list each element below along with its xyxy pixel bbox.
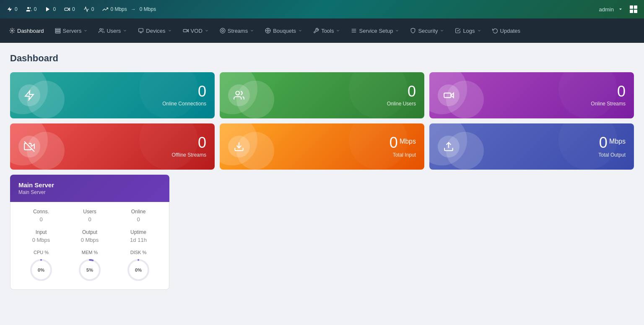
server-stat-online: Online 0: [116, 209, 161, 223]
nav-item-bouquets[interactable]: Bouquets: [260, 24, 307, 37]
chevron-logs: [477, 29, 481, 33]
input-number-unit: 0 Mbps: [390, 135, 416, 150]
nav-users-label: Users: [106, 28, 121, 34]
card-icon-output: [438, 136, 460, 157]
chevron-down-icon-admin: [618, 7, 623, 12]
nav-servers-label: Servers: [63, 28, 82, 34]
svg-point-3: [11, 30, 13, 31]
output-label: Total Output: [598, 152, 626, 158]
card-icon-users: [228, 84, 250, 106]
card-icon-connections: [18, 84, 40, 106]
devices-icon: [138, 28, 144, 34]
nav-bar: Dashboard Servers Users Devices VOD Stre…: [0, 18, 644, 43]
svg-point-12: [221, 30, 223, 32]
users-icon-top: [26, 6, 32, 12]
svg-point-23: [236, 91, 239, 95]
server-header[interactable]: Main Server Main Server: [10, 175, 169, 202]
gauge-disk: DISK % 0%: [116, 250, 161, 283]
card-total-input[interactable]: 0 Mbps Total Input: [220, 123, 424, 170]
trend-in-value: 0 Mbps: [110, 6, 127, 12]
server-subtitle: Main Server: [18, 189, 161, 195]
card-online-streams[interactable]: 0 Online Streams: [429, 72, 634, 118]
nav-item-users[interactable]: Users: [93, 24, 132, 37]
online-streams-label: Online Streams: [591, 101, 626, 107]
offline-streams-number: 0: [172, 135, 206, 150]
chevron-bouquets: [298, 29, 302, 33]
stats-row-1: 0 Online Connections 0 Online Users: [10, 72, 634, 118]
svg-rect-9: [183, 29, 187, 32]
users-card-icon: [234, 90, 244, 101]
svg-point-14: [267, 30, 269, 31]
mem-gauge-circle: 5%: [77, 257, 102, 283]
nav-logs-label: Logs: [463, 28, 475, 34]
nav-dashboard-label: Dashboard: [17, 28, 44, 34]
updates-icon: [492, 28, 498, 34]
nav-item-service-setup[interactable]: Service Setup: [346, 24, 404, 37]
play-stat: 0: [45, 6, 56, 12]
stats-row-2: 0 Offline Streams 0 Mbps Total Input: [10, 123, 634, 170]
network-icon-top: [83, 6, 89, 12]
card-offline-streams[interactable]: 0 Offline Streams: [10, 123, 215, 170]
nav-item-security[interactable]: Security: [405, 24, 449, 37]
server-stat-users: Users 0: [68, 209, 112, 223]
card-online-connections[interactable]: 0 Online Connections: [10, 72, 215, 118]
svg-rect-5: [55, 30, 60, 31]
uptime-value: 1d 11h: [116, 237, 161, 243]
nav-item-vod[interactable]: VOD: [178, 24, 214, 37]
nav-bouquets-label: Bouquets: [273, 28, 296, 34]
card-icon-offline-streams: [18, 136, 40, 157]
video-off-card-icon: [24, 141, 35, 152]
card-content-total-output: 0 Mbps Total Output: [598, 135, 626, 158]
upload-card-icon: [443, 141, 454, 152]
video-icon-top: [64, 6, 70, 12]
download-card-icon: [234, 141, 244, 152]
offline-streams-label: Offline Streams: [172, 152, 206, 158]
nav-item-streams[interactable]: Streams: [215, 24, 259, 37]
nav-item-servers[interactable]: Servers: [50, 24, 93, 37]
cpu-gauge-label: CPU %: [19, 250, 63, 255]
apps-grid-icon[interactable]: [630, 5, 637, 13]
output-stat-label: Output: [68, 229, 112, 235]
server-stat-output: Output 0 Mbps: [68, 229, 112, 243]
top-bar: 0 0 0 0 0 0 Mbps → 0 Mbps admin: [0, 0, 644, 18]
vod-icon: [183, 28, 189, 34]
mem-gauge-value: 5%: [86, 267, 93, 273]
card-content-offline-streams: 0 Offline Streams: [172, 135, 206, 158]
card-total-output[interactable]: 0 Mbps Total Output: [429, 123, 634, 170]
video-count: 0: [72, 6, 75, 12]
server-users-value: 0: [68, 216, 112, 223]
server-section: Main Server Main Server Conns. 0 Users 0…: [10, 175, 169, 290]
nav-item-logs[interactable]: Logs: [450, 24, 486, 37]
chevron-devices: [168, 29, 172, 33]
users-stat: 0: [26, 6, 37, 12]
disk-gauge-circle: 0%: [126, 257, 151, 283]
users-nav-icon: [99, 28, 104, 34]
nav-security-label: Security: [418, 28, 438, 34]
nav-vod-label: VOD: [191, 28, 203, 34]
output-unit: Mbps: [609, 138, 626, 145]
server-stats-row-2: Input 0 Mbps Output 0 Mbps Uptime 1d 11h: [19, 229, 161, 243]
nav-item-devices[interactable]: Devices: [133, 24, 177, 37]
svg-marker-22: [25, 91, 34, 100]
nav-service-setup-label: Service Setup: [359, 28, 393, 34]
online-value: 0: [116, 216, 161, 223]
nav-item-dashboard[interactable]: Dashboard: [4, 24, 49, 37]
card-icon-input: [228, 136, 250, 157]
card-content-users: 0 Online Users: [387, 84, 416, 107]
input-stat-value: 0 Mbps: [19, 237, 63, 243]
nav-item-updates[interactable]: Updates: [487, 24, 525, 37]
output-stat-value: 0 Mbps: [68, 237, 112, 243]
service-setup-icon: [351, 28, 357, 34]
output-number-unit: 0 Mbps: [598, 135, 626, 150]
logs-icon: [455, 28, 461, 34]
mem-gauge-label: MEM %: [68, 250, 112, 255]
connections-count: 0: [15, 6, 18, 12]
chevron-servers: [83, 29, 88, 33]
card-content-online-streams: 0 Online Streams: [591, 84, 626, 107]
card-online-users[interactable]: 0 Online Users: [220, 72, 424, 118]
nav-item-tools[interactable]: Tools: [308, 24, 345, 37]
admin-label[interactable]: admin: [599, 6, 614, 13]
input-stat-label: Input: [19, 229, 63, 235]
streams-icon: [220, 28, 226, 34]
svg-marker-0: [46, 7, 49, 12]
